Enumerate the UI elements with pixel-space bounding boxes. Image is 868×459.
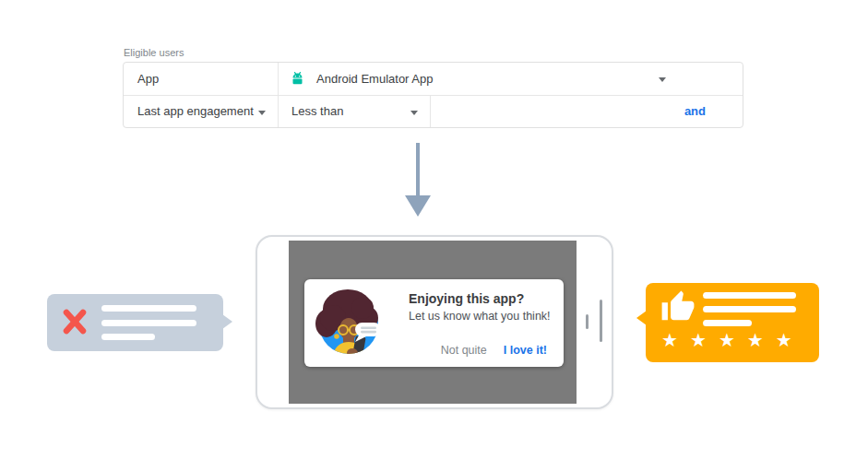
bezel-button-icon: [586, 314, 589, 329]
bezel-speaker-icon: [600, 300, 602, 342]
woman-with-phone-illustration: [311, 281, 385, 368]
star-icon: ★: [719, 331, 735, 349]
in-app-message-dialog: Enjoying this app? Let us know what you …: [304, 279, 564, 367]
positive-review-callout: ★ ★ ★ ★ ★: [646, 283, 819, 362]
placeholder-line: [101, 305, 196, 312]
callout-tail: [636, 311, 647, 325]
chevron-down-icon[interactable]: [659, 77, 666, 82]
engagement-select[interactable]: Last app engagement: [124, 96, 279, 128]
negative-feedback-callout: [47, 294, 223, 351]
chevron-down-icon[interactable]: [258, 111, 266, 115]
placeholder-line: [703, 292, 796, 299]
placeholder-line: [703, 320, 752, 326]
dialog-title: Enjoying this app?: [409, 291, 524, 306]
thumbs-up-icon: [660, 289, 696, 328]
condition-row: Last app engagement Less than and: [124, 95, 743, 128]
dialog-subtitle: Let us know what you think!: [409, 310, 551, 323]
page-canvas: Eligible users App Android Emulator: [0, 0, 868, 459]
phone-mockup: Enjoying this app? Let us know what you …: [256, 235, 613, 409]
phone-screen: Enjoying this app? Let us know what you …: [289, 241, 577, 404]
i-love-it-button[interactable]: I love it!: [504, 344, 547, 357]
eligible-users-label: Eligible users: [124, 47, 184, 58]
placeholder-line: [101, 334, 155, 340]
x-icon: [62, 308, 88, 339]
five-star-rating: ★ ★ ★ ★ ★: [661, 331, 792, 349]
star-icon: ★: [747, 331, 764, 349]
flow-arrow-shaft: [416, 143, 420, 196]
app-row: App Android Emulator App: [124, 63, 743, 95]
flow-arrow-head-icon: [405, 195, 431, 217]
and-conjunction-link[interactable]: and: [684, 104, 706, 118]
placeholder-line: [703, 306, 796, 312]
star-icon: ★: [690, 331, 707, 349]
callout-tail: [222, 314, 232, 329]
not-quite-button[interactable]: Not quite: [441, 344, 487, 357]
operator-select[interactable]: Less than: [279, 96, 431, 128]
app-select[interactable]: Android Emulator App: [279, 63, 743, 95]
chevron-down-icon[interactable]: [410, 111, 418, 115]
android-robot-icon: [290, 71, 305, 86]
condition-value-cell: and: [431, 96, 743, 128]
star-icon: ★: [776, 331, 792, 349]
placeholder-line: [101, 320, 196, 326]
app-field-label: App: [124, 63, 279, 95]
star-icon: ★: [661, 331, 678, 349]
dialog-actions: Not quite I love it!: [441, 344, 547, 357]
selected-app-name: Android Emulator App: [316, 72, 433, 86]
eligible-users-form: App Android Emulator App: [123, 62, 743, 128]
